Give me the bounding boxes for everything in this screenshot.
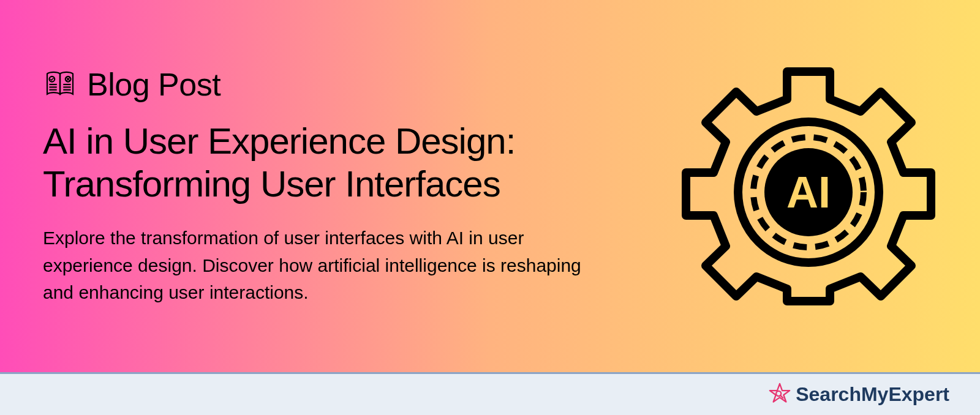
ai-gear-icon: AI [680, 58, 937, 315]
main-title: AI in User Experience Design: Transformi… [43, 120, 655, 207]
star-icon [769, 383, 791, 407]
main-banner: Blog Post AI in User Experience Design: … [0, 0, 980, 372]
logo-text: SearchMyExpert [796, 383, 949, 406]
book-icon [43, 67, 77, 102]
gear-center-text: AI [786, 168, 831, 217]
content-area: Blog Post AI in User Experience Design: … [43, 66, 655, 307]
description: Explore the transformation of user inter… [43, 225, 606, 306]
brand-logo[interactable]: SearchMyExpert [769, 383, 949, 407]
category-label: Blog Post [87, 66, 221, 103]
footer-bar: SearchMyExpert [0, 372, 980, 415]
category-row: Blog Post [43, 66, 655, 103]
